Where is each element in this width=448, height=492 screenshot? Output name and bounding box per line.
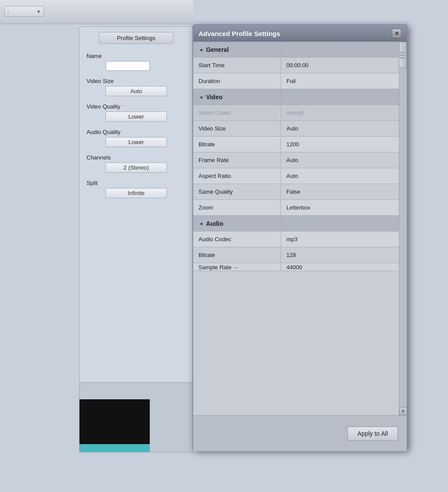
audio-section-label: ◄ Audio [193, 216, 281, 231]
dialog-title: Advanced Profile Settings [199, 30, 280, 37]
start-time-value[interactable]: 00:00:00 [281, 58, 407, 73]
general-section-value [281, 42, 407, 57]
scrollbar-track[interactable]: ▲ ▼ [399, 42, 407, 415]
name-input[interactable] [106, 61, 150, 71]
collapse-icon: ◄ [199, 221, 203, 226]
audio-codec-value[interactable]: mp3 [281, 232, 407, 247]
thumbnail-teal-bar [79, 444, 150, 452]
scrollbar-down-button[interactable]: ▼ [399, 407, 407, 415]
video-section-header: ◄ Video [193, 89, 407, 105]
duration-label: Duration [193, 73, 281, 89]
settings-table: ◄ General Start Time 00:00:00 Duration F… [193, 42, 407, 415]
table-row: Video Size Auto [193, 121, 407, 137]
general-section-label: ◄ General [193, 42, 281, 57]
bitrate-label: Bitrate [193, 137, 281, 152]
dialog-title-bar: Advanced Profile Settings ✕ [193, 25, 407, 42]
channels-dropdown[interactable]: 2 (Stereo) [105, 163, 167, 173]
thumbnail-area [79, 382, 193, 452]
name-label: Name [79, 49, 193, 60]
channels-label: Channels [79, 151, 193, 162]
table-row: Zoom Letterbox [193, 200, 407, 216]
split-label: Split [79, 176, 193, 187]
video-size-setting-label: Video Size [193, 121, 281, 136]
zoom-value[interactable]: Letterbox [281, 200, 407, 215]
audio-bitrate-label: Bitrate [193, 247, 281, 263]
video-codec-value: mpeg4 [281, 105, 407, 120]
duration-value[interactable]: Full [281, 73, 407, 89]
video-quality-label: Video Quality [79, 100, 193, 111]
audio-bitrate-value[interactable]: 128 [281, 247, 407, 263]
left-panel: Profile Settings Name Video Size Auto Vi… [79, 26, 193, 387]
dialog-bottom-bar: Apply to All [193, 415, 407, 451]
frame-rate-label: Frame Rate [193, 152, 281, 168]
video-section-value [281, 89, 407, 105]
bitrate-value[interactable]: 1200 [281, 137, 407, 152]
scrollbar-grip [400, 52, 405, 53]
scrollbar-thumb[interactable] [399, 42, 407, 68]
aspect-ratio-label: Aspect Ratio [193, 168, 281, 184]
table-row: Aspect Ratio Auto [193, 168, 407, 184]
frame-rate-value[interactable]: Auto [281, 152, 407, 168]
video-quality-dropdown[interactable]: Lower [105, 112, 167, 122]
table-row: Same Quality False [193, 184, 407, 200]
table-row: Start Time 00:00:00 [193, 58, 407, 73]
start-time-label: Start Time [193, 58, 281, 73]
table-row: Sample Rate ··· 44000 [193, 263, 407, 271]
advanced-profile-dialog: Advanced Profile Settings ✕ ◄ General St… [192, 24, 408, 450]
thumbnail-black [79, 399, 150, 452]
background-app: : ▼ Profile Settings Name Video Size Aut… [0, 0, 448, 492]
audio-section-header: ◄ Audio [193, 216, 407, 232]
same-quality-value[interactable]: False [281, 184, 407, 199]
same-quality-label: Same Quality [193, 184, 281, 199]
table-row: Video Codec mpeg4 [193, 105, 407, 121]
table-row: Bitrate 1200 [193, 137, 407, 152]
audio-section-value [281, 216, 407, 231]
video-section-label: ◄ Video [193, 89, 281, 105]
table-row: Audio Codec mp3 [193, 232, 407, 247]
table-row: Duration Full [193, 73, 407, 89]
sample-rate-value: 44000 [281, 263, 407, 271]
table-row: Bitrate 128 [193, 247, 407, 263]
chevron-down-icon: ▼ [36, 9, 41, 14]
general-section-header: ◄ General [193, 42, 407, 58]
video-codec-label: Video Codec [193, 105, 281, 120]
zoom-label: Zoom [193, 200, 281, 215]
audio-quality-dropdown[interactable]: Lower [105, 137, 167, 147]
collapse-icon: ◄ [199, 94, 203, 100]
dialog-close-button[interactable]: ✕ [392, 29, 401, 38]
sample-rate-label: Sample Rate ··· [193, 263, 281, 271]
audio-quality-label: Audio Quality [79, 125, 193, 136]
profile-settings-button[interactable]: Profile Settings [99, 32, 173, 44]
split-dropdown[interactable]: Infinite [105, 188, 167, 198]
scrollbar-grip [400, 54, 405, 56]
video-size-dropdown[interactable]: Auto [105, 86, 167, 96]
video-size-label: Video Size [79, 74, 193, 85]
header-dropdown[interactable]: : ▼ [4, 6, 44, 17]
aspect-ratio-value[interactable]: Auto [281, 168, 407, 184]
apply-to-all-button[interactable]: Apply to All [347, 427, 398, 441]
header-dropdown-value: : [7, 8, 9, 14]
video-size-setting-value[interactable]: Auto [281, 121, 407, 136]
header-bar: : ▼ [0, 0, 193, 24]
scrollbar-grip [400, 57, 405, 58]
collapse-icon: ◄ [199, 47, 203, 52]
audio-codec-label: Audio Codec [193, 232, 281, 247]
table-row: Frame Rate Auto [193, 152, 407, 168]
